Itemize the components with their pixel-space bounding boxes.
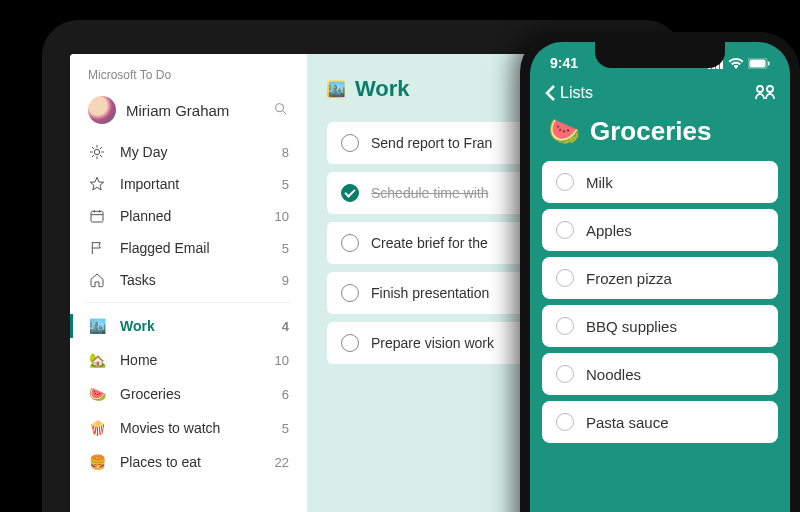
list-count: 5 <box>273 421 289 436</box>
nav-count: 5 <box>273 177 289 192</box>
item-checkbox[interactable] <box>556 221 574 239</box>
search-icon[interactable] <box>273 101 289 120</box>
task-label: Finish presentation <box>371 285 489 301</box>
phone-list-title: Groceries <box>590 116 711 147</box>
list-label: Movies to watch <box>120 420 259 436</box>
nav-count: 10 <box>273 209 289 224</box>
svg-line-1 <box>283 111 286 114</box>
item-label: Frozen pizza <box>586 270 672 287</box>
item-checkbox[interactable] <box>556 173 574 191</box>
nav-label: Important <box>120 176 259 192</box>
smart-lists: My Day8Important5Planned10Flagged Email5… <box>70 136 307 296</box>
task-checkbox[interactable] <box>341 234 359 252</box>
svg-line-8 <box>100 155 101 156</box>
nav-label: Planned <box>120 208 259 224</box>
item-label: BBQ supplies <box>586 318 677 335</box>
item-label: Pasta sauce <box>586 414 669 431</box>
app-name: Microsoft To Do <box>70 54 307 90</box>
list-emoji-icon: 🍉 <box>88 385 106 403</box>
list-count: 6 <box>273 387 289 402</box>
phone-screen: 9:41 Lists 🍉 Groceries MilkApplesFrozen … <box>530 42 790 512</box>
phone-device-frame: 9:41 Lists 🍉 Groceries MilkApplesFrozen … <box>520 32 800 512</box>
grocery-item[interactable]: Apples <box>542 209 778 251</box>
list-title: Work <box>355 76 410 102</box>
list-count: 10 <box>273 353 289 368</box>
svg-point-0 <box>276 103 284 111</box>
item-checkbox[interactable] <box>556 413 574 431</box>
grocery-items: MilkApplesFrozen pizzaBBQ suppliesNoodle… <box>530 161 790 443</box>
list-label: Places to eat <box>120 454 259 470</box>
profile-row[interactable]: Miriam Graham <box>70 90 307 136</box>
sidebar: Microsoft To Do Miriam Graham My Day8Imp… <box>70 54 307 512</box>
nav-item-flagged-email[interactable]: Flagged Email5 <box>70 232 307 264</box>
share-icon[interactable] <box>754 82 776 104</box>
svg-rect-23 <box>768 61 770 65</box>
nav-item-my-day[interactable]: My Day8 <box>70 136 307 168</box>
grocery-item[interactable]: Milk <box>542 161 778 203</box>
item-checkbox[interactable] <box>556 317 574 335</box>
star-icon <box>88 176 106 192</box>
phone-navbar: Lists <box>530 76 790 112</box>
phone-list-emoji: 🍉 <box>548 116 580 147</box>
item-label: Noodles <box>586 366 641 383</box>
svg-point-25 <box>767 86 773 92</box>
custom-lists: 🏙️Work4🏡Home10🍉Groceries6🍿Movies to watc… <box>70 309 307 479</box>
nav-item-important[interactable]: Important5 <box>70 168 307 200</box>
nav-item-tasks[interactable]: Tasks9 <box>70 264 307 296</box>
list-label: Home <box>120 352 259 368</box>
wifi-icon <box>728 58 744 69</box>
list-item-movies-to-watch[interactable]: 🍿Movies to watch5 <box>70 411 307 445</box>
item-label: Apples <box>586 222 632 239</box>
nav-item-planned[interactable]: Planned10 <box>70 200 307 232</box>
svg-rect-12 <box>91 211 103 222</box>
svg-point-2 <box>94 149 99 154</box>
item-label: Milk <box>586 174 613 191</box>
task-checkbox[interactable] <box>341 134 359 152</box>
grocery-item[interactable]: BBQ supplies <box>542 305 778 347</box>
calendar-icon <box>88 208 106 224</box>
battery-icon <box>748 58 770 69</box>
task-label: Prepare vision work <box>371 335 494 351</box>
nav-count: 9 <box>273 273 289 288</box>
list-item-places-to-eat[interactable]: 🍔Places to eat22 <box>70 445 307 479</box>
task-label: Create brief for the <box>371 235 488 251</box>
nav-label: My Day <box>120 144 259 160</box>
item-checkbox[interactable] <box>556 365 574 383</box>
task-checkbox[interactable] <box>341 184 359 202</box>
list-item-groceries[interactable]: 🍉Groceries6 <box>70 377 307 411</box>
item-checkbox[interactable] <box>556 269 574 287</box>
grocery-item[interactable]: Frozen pizza <box>542 257 778 299</box>
svg-point-24 <box>757 86 763 92</box>
grocery-item[interactable]: Pasta sauce <box>542 401 778 443</box>
phone-list-title-row: 🍉 Groceries <box>530 112 790 161</box>
svg-line-9 <box>92 155 93 156</box>
task-checkbox[interactable] <box>341 284 359 302</box>
nav-label: Tasks <box>120 272 259 288</box>
grocery-item[interactable]: Noodles <box>542 353 778 395</box>
list-emoji-icon: 🍿 <box>88 419 106 437</box>
sidebar-separator <box>86 302 291 303</box>
phone-notch <box>595 42 725 68</box>
avatar[interactable] <box>88 96 116 124</box>
list-emoji-icon: 🏡 <box>88 351 106 369</box>
home-icon <box>88 272 106 288</box>
list-emoji-icon: 🏙️ <box>88 317 106 335</box>
list-item-work[interactable]: 🏙️Work4 <box>70 309 307 343</box>
svg-line-10 <box>100 147 101 148</box>
nav-count: 5 <box>273 241 289 256</box>
nav-count: 8 <box>273 145 289 160</box>
list-label: Groceries <box>120 386 259 402</box>
list-item-home[interactable]: 🏡Home10 <box>70 343 307 377</box>
list-label: Work <box>120 318 259 334</box>
svg-marker-11 <box>90 177 103 190</box>
status-time: 9:41 <box>550 55 578 71</box>
back-button[interactable]: Lists <box>544 84 593 102</box>
list-count: 4 <box>273 319 289 334</box>
task-checkbox[interactable] <box>341 334 359 352</box>
svg-rect-22 <box>750 59 766 67</box>
flag-icon <box>88 240 106 256</box>
sun-icon <box>88 144 106 160</box>
nav-label: Flagged Email <box>120 240 259 256</box>
svg-line-7 <box>92 147 93 148</box>
list-emoji-icon: 🍔 <box>88 453 106 471</box>
